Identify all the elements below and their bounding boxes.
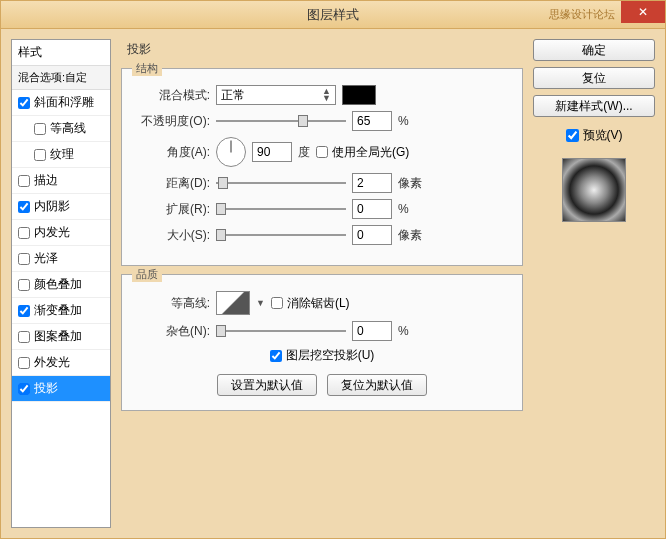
sidebar-item-3[interactable]: 描边 [12,168,110,194]
distance-unit: 像素 [398,175,422,192]
reset-default-button[interactable]: 复位为默认值 [327,374,427,396]
structure-fieldset: 结构 混合模式: 正常 ▲▼ 不透明度(O): % [121,68,523,266]
sidebar-item-checkbox[interactable] [34,149,46,161]
titlebar: 图层样式 思缘设计论坛 ✕ [1,1,665,29]
knockout-row: 图层挖空投影(U) [134,347,510,364]
contour-row: 等高线: ▼ 消除锯齿(L) [134,291,510,315]
sidebar-item-11[interactable]: 投影 [12,376,110,402]
sidebar-item-label: 外发光 [34,354,70,371]
distance-input[interactable] [352,173,392,193]
angle-input[interactable] [252,142,292,162]
size-label: 大小(S): [134,227,210,244]
size-row: 大小(S): 像素 [134,225,510,245]
antialias-label: 消除锯齿(L) [287,295,350,312]
noise-input[interactable] [352,321,392,341]
preview-label: 预览(V) [583,127,623,144]
quality-fieldset: 品质 等高线: ▼ 消除锯齿(L) 杂色(N): % [121,274,523,411]
distance-row: 距离(D): 像素 [134,173,510,193]
distance-slider[interactable] [216,175,346,191]
blend-mode-row: 混合模式: 正常 ▲▼ [134,85,510,105]
noise-slider[interactable] [216,323,346,339]
antialias-checkbox[interactable]: 消除锯齿(L) [271,295,350,312]
angle-unit: 度 [298,144,310,161]
sidebar-item-checkbox[interactable] [18,97,30,109]
sidebar-item-checkbox[interactable] [18,357,30,369]
sidebar-item-5[interactable]: 内发光 [12,220,110,246]
opacity-slider[interactable] [216,113,346,129]
knockout-checkbox[interactable]: 图层挖空投影(U) [270,347,375,364]
styles-sidebar: 样式 混合选项:自定 斜面和浮雕等高线纹理描边内阴影内发光光泽颜色叠加渐变叠加图… [11,39,111,528]
spread-row: 扩展(R): % [134,199,510,219]
noise-unit: % [398,324,409,338]
sidebar-item-9[interactable]: 图案叠加 [12,324,110,350]
layer-style-dialog: 图层样式 思缘设计论坛 ✕ 样式 混合选项:自定 斜面和浮雕等高线纹理描边内阴影… [0,0,666,539]
default-buttons-row: 设置为默认值 复位为默认值 [134,374,510,396]
angle-label: 角度(A): [134,144,210,161]
select-arrows-icon: ▲▼ [322,88,331,102]
sidebar-item-2[interactable]: 纹理 [12,142,110,168]
size-input[interactable] [352,225,392,245]
opacity-unit: % [398,114,409,128]
sidebar-item-6[interactable]: 光泽 [12,246,110,272]
window-title: 图层样式 [307,6,359,24]
global-light-checkbox[interactable]: 使用全局光(G) [316,144,409,161]
spread-input[interactable] [352,199,392,219]
watermark: 思缘设计论坛 [549,7,615,22]
sidebar-item-checkbox[interactable] [18,253,30,265]
sidebar-item-checkbox[interactable] [18,279,30,291]
spread-unit: % [398,202,409,216]
blend-mode-label: 混合模式: [134,87,210,104]
noise-label: 杂色(N): [134,323,210,340]
close-icon: ✕ [638,5,648,19]
chevron-down-icon[interactable]: ▼ [256,298,265,308]
structure-label: 结构 [132,61,162,76]
noise-row: 杂色(N): % [134,321,510,341]
sidebar-item-checkbox[interactable] [18,305,30,317]
sidebar-blending-options[interactable]: 混合选项:自定 [12,66,110,90]
contour-picker[interactable] [216,291,250,315]
sidebar-item-label: 内阴影 [34,198,70,215]
cancel-button[interactable]: 复位 [533,67,655,89]
sidebar-item-checkbox[interactable] [34,123,46,135]
sidebar-item-label: 图案叠加 [34,328,82,345]
shadow-color-swatch[interactable] [342,85,376,105]
preview-checkbox[interactable]: 预览(V) [533,127,655,144]
opacity-label: 不透明度(O): [134,113,210,130]
opacity-input[interactable] [352,111,392,131]
sidebar-item-checkbox[interactable] [18,331,30,343]
make-default-button[interactable]: 设置为默认值 [217,374,317,396]
sidebar-item-label: 斜面和浮雕 [34,94,94,111]
blend-mode-select[interactable]: 正常 ▲▼ [216,85,336,105]
sidebar-item-7[interactable]: 颜色叠加 [12,272,110,298]
sidebar-item-label: 纹理 [50,146,74,163]
sidebar-item-label: 渐变叠加 [34,302,82,319]
angle-dial[interactable] [216,137,246,167]
spread-slider[interactable] [216,201,346,217]
ok-button[interactable]: 确定 [533,39,655,61]
sidebar-item-1[interactable]: 等高线 [12,116,110,142]
sidebar-item-label: 等高线 [50,120,86,137]
sidebar-item-label: 内发光 [34,224,70,241]
panel-title: 投影 [119,39,525,60]
size-slider[interactable] [216,227,346,243]
sidebar-item-label: 光泽 [34,250,58,267]
sidebar-item-8[interactable]: 渐变叠加 [12,298,110,324]
right-panel: 确定 复位 新建样式(W)... 预览(V) [533,39,655,528]
sidebar-item-label: 投影 [34,380,58,397]
sidebar-item-4[interactable]: 内阴影 [12,194,110,220]
sidebar-item-checkbox[interactable] [18,227,30,239]
knockout-label: 图层挖空投影(U) [286,347,375,364]
sidebar-item-checkbox[interactable] [18,383,30,395]
preview-swatch [562,158,626,222]
spread-label: 扩展(R): [134,201,210,218]
sidebar-item-label: 颜色叠加 [34,276,82,293]
contour-label: 等高线: [134,295,210,312]
blend-mode-value: 正常 [221,87,245,104]
sidebar-item-checkbox[interactable] [18,201,30,213]
close-button[interactable]: ✕ [621,1,665,23]
sidebar-item-10[interactable]: 外发光 [12,350,110,376]
sidebar-item-0[interactable]: 斜面和浮雕 [12,90,110,116]
global-light-label: 使用全局光(G) [332,144,409,161]
sidebar-item-checkbox[interactable] [18,175,30,187]
new-style-button[interactable]: 新建样式(W)... [533,95,655,117]
